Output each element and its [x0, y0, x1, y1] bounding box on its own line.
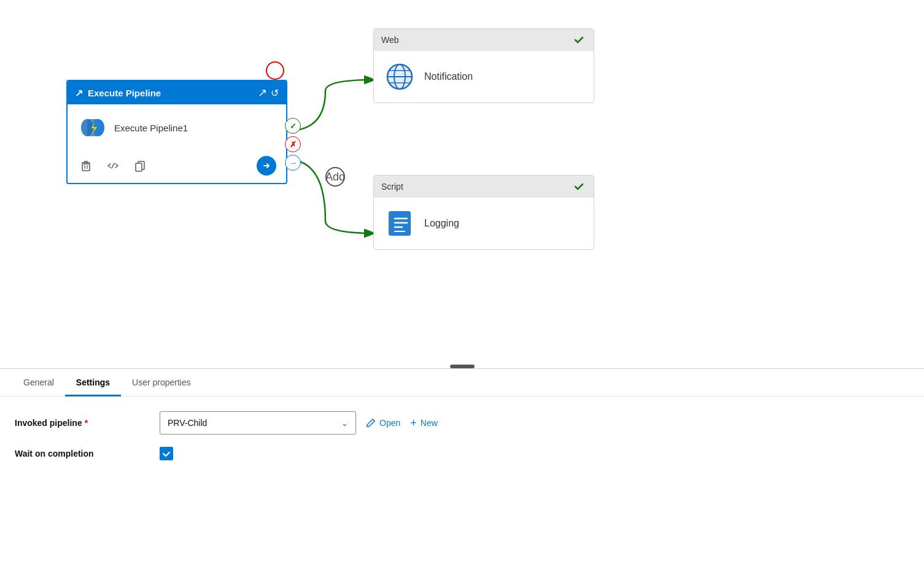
invoked-pipeline-label: Invoked pipeline* [15, 418, 150, 428]
new-link[interactable]: + New [410, 417, 438, 430]
pipeline-node-body: Execute Pipeline1 [68, 104, 286, 151]
navigate-arrow[interactable] [257, 156, 276, 176]
pipeline-node-label: Execute Pipeline1 [114, 123, 188, 133]
pipeline-icon [77, 113, 107, 142]
settings-tabs: General Settings User properties [0, 369, 924, 397]
web-node-body: Notification [374, 51, 594, 103]
pipeline-node-header: ↗ Execute Pipeline ↗ ↺ [68, 81, 286, 104]
script-logging-node: Script Logging [373, 175, 594, 250]
bottom-panel: General Settings User properties Invoked… [0, 369, 924, 487]
dropdown-arrow-icon: ⌄ [341, 419, 348, 428]
globe-icon [384, 61, 416, 93]
expand-icon[interactable]: ↗ [258, 86, 267, 99]
invoked-pipeline-row: Invoked pipeline* PRV-Child ⌄ Open + New [15, 411, 909, 435]
error-indicator [266, 61, 284, 80]
success-connection-btn[interactable]: ✓ [285, 118, 301, 134]
wait-on-completion-row: Wait on completion [15, 447, 909, 460]
invoked-pipeline-controls: PRV-Child ⌄ Open + New [160, 411, 438, 435]
script-node-check [572, 179, 586, 194]
tab-settings[interactable]: Settings [65, 369, 121, 396]
script-icon [384, 207, 416, 239]
script-node-header: Script [374, 176, 594, 198]
open-link[interactable]: Open [366, 418, 400, 428]
plus-icon: + [410, 417, 417, 430]
script-node-body: Logging [374, 198, 594, 249]
script-node-header-label: Script [381, 182, 403, 192]
fail-connection-btn[interactable]: ✗ [285, 136, 301, 152]
invoked-pipeline-dropdown[interactable]: PRV-Child ⌄ [160, 411, 356, 435]
settings-form: Invoked pipeline* PRV-Child ⌄ Open + New [0, 397, 924, 487]
external-link-icon: ↗ [75, 87, 83, 99]
copy-icon[interactable] [131, 157, 149, 174]
web-node-label: Notification [424, 71, 473, 82]
script-node-label: Logging [424, 218, 459, 229]
tab-general[interactable]: General [12, 369, 65, 396]
wait-on-completion-checkbox[interactable] [160, 447, 173, 460]
delete-icon[interactable] [77, 157, 95, 174]
svg-point-12 [387, 64, 412, 89]
web-notification-node: Web Notification [373, 28, 594, 103]
pipeline-node-title: Execute Pipeline [88, 88, 161, 98]
svg-rect-6 [136, 163, 142, 171]
svg-rect-4 [82, 164, 90, 171]
code-icon[interactable] [104, 157, 122, 174]
pipeline-node-header-left: ↗ Execute Pipeline [75, 87, 161, 99]
skip-connection-btn[interactable]: → [285, 155, 301, 171]
undo-icon[interactable]: ↺ [271, 87, 279, 99]
pipeline-canvas: ↗ Execute Pipeline ↗ ↺ [0, 0, 924, 368]
add-activity-button[interactable]: Add [325, 167, 345, 187]
execute-pipeline-node: ↗ Execute Pipeline ↗ ↺ [66, 80, 287, 184]
web-node-header-label: Web [381, 35, 399, 45]
connection-buttons: ✓ ✗ → [285, 118, 301, 171]
dropdown-value: PRV-Child [168, 418, 207, 428]
pipeline-node-actions [68, 151, 286, 183]
pipeline-node-header-right: ↗ ↺ [258, 86, 279, 99]
wait-on-completion-label: Wait on completion [15, 449, 150, 458]
tab-user-properties[interactable]: User properties [121, 369, 202, 396]
resize-handle[interactable] [450, 365, 475, 368]
pencil-icon [366, 418, 376, 428]
web-node-check [572, 33, 586, 47]
web-node-header: Web [374, 29, 594, 51]
